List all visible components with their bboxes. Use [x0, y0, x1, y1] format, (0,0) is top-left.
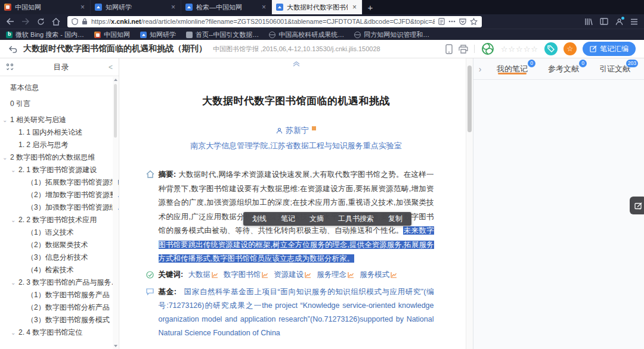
lock-icon[interactable]	[82, 18, 88, 25]
floating-note-button[interactable]	[630, 197, 644, 214]
right-panel-tab[interactable]: 我的笔记 0	[487, 63, 538, 76]
chevron-down-icon[interactable]: ⌄	[2, 151, 7, 164]
home-icon[interactable]	[52, 18, 60, 26]
library-icon[interactable]	[584, 18, 593, 26]
fund-section: 基金:国家自然科学基金面上项目“面向知识服务的知识组织模式与应用研究”(编号:7…	[159, 285, 434, 340]
toc-item[interactable]: ⌄ 1 相关研究与启迪	[0, 114, 119, 126]
toc-scrollbar[interactable]	[113, 77, 118, 349]
popup-tool-button[interactable]: 划线	[252, 214, 267, 224]
toc-item[interactable]: ⌄ （3）加强数字图书馆资源组…	[0, 201, 119, 214]
author-line: 苏新宁	[159, 125, 434, 136]
keyword-link[interactable]: 数字图书馆	[224, 270, 261, 280]
toc-item[interactable]: ⌄ （4）检索技术	[0, 264, 119, 276]
toc-item[interactable]: ⌄ （1）语义技术	[0, 226, 119, 239]
scrollbar-thumb[interactable]	[114, 84, 117, 138]
bookmark-item[interactable]: 知网研学	[140, 30, 176, 39]
reload-icon[interactable]	[37, 18, 45, 26]
toc-item[interactable]: ⌄ 2 数字图书馆的大数据思维	[0, 151, 119, 164]
tab-close-icon[interactable]: ×	[261, 3, 267, 11]
tab-close-icon[interactable]: ×	[170, 3, 177, 11]
bookmark-item[interactable]: 微软 Bing 搜索 - 国内…	[6, 30, 84, 39]
browser-tab[interactable]: 大数据时代数字图书馆面临的… ×	[272, 0, 363, 14]
right-panel-tab[interactable]: 引证文献 203	[589, 63, 640, 76]
trend-chart-icon[interactable]	[348, 272, 354, 278]
forward-icon[interactable]	[21, 18, 30, 25]
pocket-icon[interactable]	[459, 18, 466, 25]
sidebar-toggle-icon[interactable]	[600, 18, 608, 25]
note-compile-button[interactable]: 笔记汇编	[583, 42, 636, 56]
account-icon[interactable]	[615, 18, 623, 26]
toc-item[interactable]: ⌄ 0 引言	[0, 98, 119, 110]
toc-item[interactable]: ⌄ 2. 3 数字图书馆的产品与服务…	[0, 276, 119, 289]
toc-item-label: （1）语义技术	[27, 228, 74, 236]
toc-item[interactable]: ⌄ （2）数据聚类技术	[0, 239, 119, 251]
printer-icon[interactable]	[459, 45, 468, 54]
trend-chart-icon[interactable]	[212, 272, 218, 278]
back-icon[interactable]	[6, 18, 14, 25]
bookmark-item[interactable]: 中国知网	[94, 30, 130, 39]
grid-view-icon[interactable]	[6, 63, 14, 71]
toc-item[interactable]: ⌄ （1）拓展数字图书馆资源范畴	[0, 176, 119, 189]
fund-link[interactable]: 国家自然科学基金面上项目“面向知识服务的知识组织模式与应用研究”(编号:7127…	[159, 288, 434, 337]
toc-item[interactable]: ⌄ （3）数字图书馆服务模式	[0, 314, 119, 326]
browser-tab[interactable]: 中国知网 ×	[0, 0, 91, 14]
popup-tool-button[interactable]: 复制	[388, 214, 402, 224]
chevron-down-icon[interactable]: ⌄	[11, 214, 16, 226]
mobile-icon[interactable]	[445, 44, 453, 54]
rating-stars[interactable]: ☆☆☆☆☆	[501, 45, 538, 54]
toc-item[interactable]: ⌄ （2）数字图书馆分析产品	[0, 301, 119, 314]
keyword-link[interactable]: 服务理念	[317, 270, 346, 280]
new-tab-button[interactable]: +	[363, 0, 378, 14]
favorite-circle-button[interactable]: ☆	[564, 42, 577, 55]
collapse-sidebar-icon[interactable]: <	[109, 63, 113, 71]
bookmark-item[interactable]: 中国高校科研成果统…	[269, 30, 344, 39]
address-bar[interactable]: https://x.cnki.net/read/article/xmlonlin…	[67, 16, 482, 27]
toc-item[interactable]: ⌄ （2）增加数字图书馆资源整…	[0, 189, 119, 201]
toc-item[interactable]: ⌄ 2. 1 数字图书馆资源建设	[0, 164, 119, 176]
return-icon[interactable]	[8, 45, 17, 53]
scrollbar-thumb[interactable]	[467, 66, 472, 132]
chevron-down-icon[interactable]: ⌄	[11, 164, 16, 176]
toc-item[interactable]: ⌄ 1. 2 启示与思考	[0, 139, 119, 151]
browser-tab[interactable]: 知网研学 ×	[91, 0, 181, 14]
keyword-link[interactable]: 资源建设	[274, 270, 304, 280]
toc-item[interactable]: ⌄ 1. 1 国内外相关论述	[0, 126, 119, 139]
tag-circle-button[interactable]	[544, 42, 558, 55]
bookmark-item[interactable]: 同方知网知识管理和…	[354, 30, 429, 39]
shield-icon[interactable]	[72, 18, 78, 25]
trend-chart-icon[interactable]	[262, 272, 268, 278]
scroll-down-arrow[interactable]	[114, 345, 117, 347]
chevron-down-icon[interactable]: ⌄	[2, 114, 7, 126]
affiliation[interactable]: 南京大学信息管理学院,江苏省数据工程与知识服务重点实验室	[159, 141, 434, 151]
chevron-down-icon[interactable]: ⌄	[11, 276, 16, 289]
browser-nav-bar: https://x.cnki.net/read/article/xmlonlin…	[0, 14, 644, 29]
trend-chart-icon[interactable]	[305, 272, 311, 278]
scroll-up-arrow[interactable]	[114, 79, 117, 81]
content-scrollbar[interactable]	[466, 58, 473, 349]
tab-close-icon[interactable]: ×	[79, 3, 86, 11]
toc-item[interactable]: ⌄ 2. 4 数字图书馆定位	[0, 326, 119, 339]
browser-tab[interactable]: 检索—中国知网 ×	[181, 0, 272, 14]
popup-tool-button[interactable]: 工具书搜索	[338, 214, 374, 224]
bookmark-star-icon[interactable]	[470, 18, 478, 25]
toc-item[interactable]: ⌄ 基本信息	[0, 82, 119, 94]
popup-tool-button[interactable]: 文摘	[309, 214, 324, 224]
collapse-header-icon[interactable]	[119, 58, 473, 67]
expand-panel-icon[interactable]: ›	[473, 64, 487, 74]
reader-mode-icon[interactable]	[438, 18, 445, 25]
popup-tool-button[interactable]: 笔记	[281, 214, 295, 224]
chevron-down-icon[interactable]: ⌄	[11, 326, 16, 339]
menu-icon[interactable]	[630, 18, 638, 25]
keyword-group: 服务模式	[360, 270, 397, 280]
author-link[interactable]: 苏新宁	[286, 125, 309, 136]
toc-item[interactable]: ⌄ （1）数字图书馆服务产品	[0, 289, 119, 301]
right-panel-tab[interactable]: 参考文献 0	[538, 63, 589, 76]
keyword-link[interactable]: 大数据	[188, 270, 210, 280]
toc-item[interactable]: ⌄ （3）信息分析技术	[0, 251, 119, 264]
bookmark-item[interactable]: 首页--中国引文数据…	[186, 30, 259, 39]
tab-close-icon[interactable]: ×	[351, 3, 358, 11]
toc-item[interactable]: ⌄ 2. 2 数字图书馆技术应用	[0, 214, 119, 226]
more-options-icon[interactable]	[448, 20, 456, 23]
keyword-link[interactable]: 服务模式	[360, 270, 389, 280]
trend-chart-icon[interactable]	[391, 272, 397, 278]
